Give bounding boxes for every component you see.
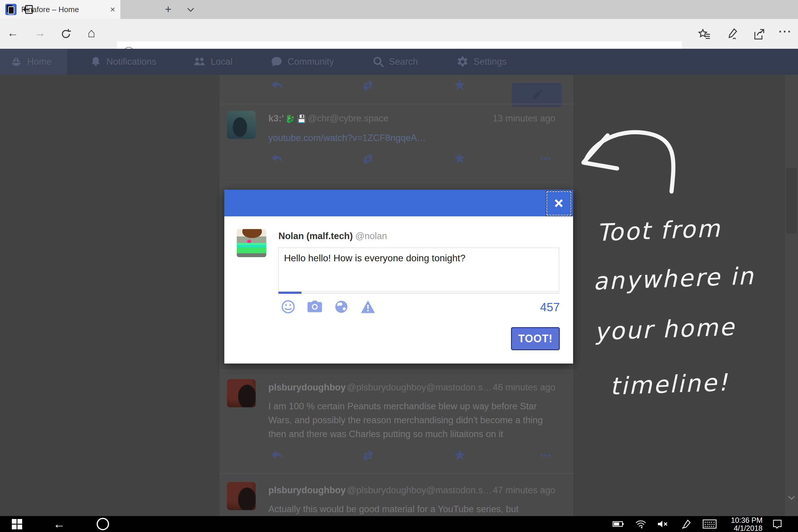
nav-item-local[interactable]: Local — [183, 49, 243, 75]
author-handle: @nolan — [355, 231, 387, 241]
back-button-taskbar[interactable]: ← — [50, 516, 68, 532]
close-icon — [553, 197, 565, 209]
compose-modal: Nolan (malf.tech) @nolan Hello hello! Ho… — [224, 190, 573, 363]
share-icon[interactable] — [753, 28, 766, 42]
scrollbar-track[interactable] — [785, 75, 798, 516]
post-separator — [219, 473, 574, 474]
cortana-ring-icon — [97, 518, 109, 530]
gear-icon — [456, 56, 469, 68]
modal-close-button[interactable] — [547, 191, 571, 215]
post-separator — [219, 104, 574, 104]
post-header: plsburydoughboy @plsburydoughboy@mastodo… — [268, 382, 492, 393]
nav-label: Local — [211, 56, 233, 67]
screen: Pinafore – Home × + ← → ⌂ i https://dev.… — [0, 0, 798, 532]
hub-favorites-icon[interactable] — [698, 28, 711, 42]
compose-author-avatar[interactable] — [237, 229, 266, 257]
emoji-picker-button[interactable] — [280, 299, 297, 315]
volume-muted-icon[interactable] — [654, 516, 671, 532]
camera-icon — [307, 300, 323, 314]
scrollbar-thumb[interactable] — [786, 168, 797, 233]
nav-item-search[interactable]: Search — [362, 49, 428, 75]
touch-keyboard-icon[interactable] — [699, 516, 720, 532]
nav-label: Search — [389, 56, 418, 67]
post-handle[interactable]: @plsburydoughboy@mastodon.s… — [347, 485, 492, 495]
speech-bubble-icon — [270, 56, 283, 68]
windows-taskbar: ← 10:36 PM 4/1/2018 — [0, 516, 798, 532]
nav-item-home[interactable]: Home — [0, 49, 68, 75]
globe-icon — [334, 299, 349, 314]
toot-button[interactable]: TOOT! — [511, 327, 560, 350]
avatar[interactable] — [227, 482, 256, 510]
boost-icon[interactable] — [361, 152, 375, 167]
nav-item-community[interactable]: Community — [260, 49, 344, 75]
attach-media-button[interactable] — [306, 299, 323, 315]
length-gauge — [279, 292, 302, 294]
reply-icon[interactable] — [269, 151, 285, 168]
start-button[interactable] — [9, 516, 25, 532]
browser-tab[interactable]: Pinafore – Home × — [0, 0, 121, 19]
set-tabs-aside-icon[interactable] — [4, 3, 17, 15]
author-display-name: Nolan (malf.tech) — [279, 231, 353, 241]
post-username[interactable]: plsburydoughboy — [268, 382, 346, 393]
clock-date: 4/1/2018 — [731, 524, 762, 532]
smiley-icon — [281, 299, 296, 315]
nav-label: Community — [288, 56, 334, 67]
star-icon[interactable]: ★ — [453, 446, 467, 464]
length-gauge-track — [302, 293, 559, 293]
battery-icon[interactable] — [609, 516, 627, 532]
post-header: plsburydoughboy @plsburydoughboy@mastodo… — [268, 485, 492, 496]
post-handle[interactable]: @chr@cybre.space — [308, 113, 388, 124]
web-note-pen-icon[interactable] — [726, 27, 740, 42]
reply-icon[interactable] — [269, 78, 285, 94]
compose-toot-button[interactable] — [512, 83, 562, 107]
nav-item-settings[interactable]: Settings — [446, 49, 517, 75]
cortana-button[interactable] — [94, 516, 112, 532]
star-icon[interactable]: ★ — [453, 149, 467, 167]
post-separator — [219, 370, 574, 371]
browser-tab-bar: Pinafore – Home × + — [0, 0, 798, 19]
post-time[interactable]: 46 minutes ago — [493, 382, 555, 393]
reply-icon[interactable] — [269, 448, 285, 464]
taskbar-clock[interactable]: 10:36 PM 4/1/2018 — [731, 516, 762, 532]
wifi-icon[interactable] — [632, 516, 650, 532]
privacy-button[interactable] — [333, 299, 350, 315]
home-button[interactable]: ⌂ — [88, 25, 95, 40]
windows-logo-icon — [12, 519, 22, 529]
boost-icon[interactable] — [361, 79, 375, 94]
tab-list-chevron-icon[interactable] — [186, 6, 196, 15]
pen-icon[interactable] — [678, 516, 695, 532]
post-link[interactable]: youtube.com/watch?v=1ZCF8ngqeA… — [268, 133, 426, 143]
post-time[interactable]: 47 minutes ago — [493, 485, 555, 496]
new-tab-button[interactable]: + — [165, 3, 171, 16]
back-button[interactable]: ← — [7, 26, 18, 39]
post-username[interactable]: k3:' — [268, 113, 284, 124]
star-icon[interactable]: ★ — [453, 76, 467, 94]
refresh-button[interactable] — [60, 28, 72, 41]
boost-icon[interactable] — [361, 449, 375, 464]
search-icon — [373, 56, 384, 68]
action-center-icon[interactable] — [768, 516, 786, 532]
post-header: k3:' 🐉 💾 @chr@cybre.space — [268, 113, 388, 124]
username-emoji: 🐉 💾 — [285, 114, 306, 123]
post-username[interactable]: plsburydoughboy — [268, 485, 346, 495]
scrollbar-down-icon[interactable] — [787, 494, 796, 502]
compose-author: Nolan (malf.tech) @nolan — [279, 231, 387, 242]
clock-time: 10:36 PM — [731, 516, 762, 524]
nav-label: Settings — [474, 56, 507, 67]
modal-header[interactable] — [224, 190, 573, 216]
avatar[interactable] — [227, 111, 256, 139]
post-handle[interactable]: @plsburydoughboy@mastodon.s… — [347, 382, 492, 393]
forward-button[interactable]: → — [34, 26, 45, 39]
tab-close-icon[interactable]: × — [110, 4, 115, 15]
tabs-set-aside-icon[interactable] — [22, 3, 35, 15]
compose-textarea[interactable]: Hello hello! How is everyone doing tonig… — [279, 248, 559, 291]
post-body: Actually this would be good material for… — [268, 502, 558, 516]
nav-item-notifications[interactable]: Notifications — [80, 49, 166, 75]
more-options-icon[interactable]: ••• — [540, 154, 551, 164]
content-warning-button[interactable] — [360, 299, 376, 315]
warning-icon — [360, 300, 376, 314]
more-menu-icon[interactable]: ⋯ — [778, 23, 792, 39]
more-options-icon[interactable]: ••• — [540, 451, 551, 460]
avatar[interactable] — [227, 379, 256, 407]
post-time[interactable]: 13 minutes ago — [493, 113, 555, 124]
